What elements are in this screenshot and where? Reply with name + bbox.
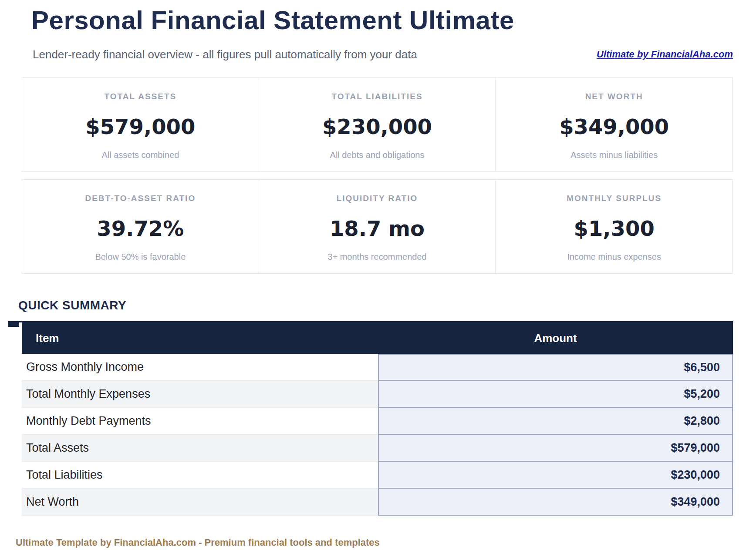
metric-value: 18.7 mo (330, 215, 425, 242)
metric-card: TOTAL ASSETS $579,000 All assets combine… (22, 78, 259, 171)
item-cell: Total Assets (22, 435, 378, 462)
amount-cell: $230,000 (378, 462, 733, 489)
metric-value: $230,000 (322, 114, 432, 140)
page-title: Personal Financial Statement Ultimate (31, 5, 514, 35)
page-subtitle: Lender-ready financial overview - all fi… (33, 48, 417, 61)
personal-financial-statement-page: { "header": { "title": "Personal Financi… (0, 0, 756, 557)
item-cell: Total Liabilities (22, 462, 378, 489)
metric-caption: All assets combined (101, 150, 179, 160)
metric-label: LIQUIDITY RATIO (337, 193, 418, 204)
quick-summary-table: Item Amount Gross Monthly Income $6,500 … (22, 322, 733, 516)
metric-label: TOTAL LIABILITIES (331, 91, 422, 102)
table-row: Total Liabilities $230,000 (22, 462, 733, 489)
metric-label: NET WORTH (585, 91, 643, 102)
item-cell: Total Monthly Expenses (22, 381, 378, 408)
table-row: Gross Monthly Income $6,500 (22, 354, 733, 381)
metric-card: LIQUIDITY RATIO 18.7 mo 3+ months recomm… (259, 180, 496, 273)
metric-value: $1,300 (574, 215, 655, 242)
metric-value: $579,000 (85, 114, 195, 140)
metric-row-primary: TOTAL ASSETS $579,000 All assets combine… (22, 77, 733, 172)
item-cell: Net Worth (22, 489, 378, 516)
column-header-item: Item (22, 322, 378, 354)
metric-card: NET WORTH $349,000 Assets minus liabilit… (496, 78, 732, 171)
item-cell: Gross Monthly Income (22, 354, 378, 381)
footer-note: Ultimate Template by FinancialAha.com - … (16, 537, 380, 548)
table-row: Total Assets $579,000 (22, 435, 733, 462)
metric-label: MONTHLY SURPLUS (567, 193, 662, 204)
amount-cell: $579,000 (378, 435, 733, 462)
amount-cell: $349,000 (378, 489, 733, 516)
brand-link[interactable]: Ultimate by FinancialAha.com (597, 49, 733, 60)
metric-label: DEBT-TO-ASSET RATIO (85, 193, 196, 204)
metric-card: TOTAL LIABILITIES $230,000 All debts and… (259, 78, 496, 171)
amount-cell: $5,200 (378, 381, 733, 408)
metric-label: TOTAL ASSETS (104, 91, 176, 102)
metric-caption: Below 50% is favorable (95, 252, 186, 262)
amount-cell: $2,800 (378, 408, 733, 435)
quick-summary-heading: QUICK SUMMARY (18, 299, 126, 312)
metric-caption: All debts and obligations (330, 150, 425, 160)
table-row: Net Worth $349,000 (22, 489, 733, 516)
metric-card: MONTHLY SURPLUS $1,300 Income minus expe… (496, 180, 732, 273)
table-header-row: Item Amount (22, 322, 733, 354)
table-body: Gross Monthly Income $6,500 Total Monthl… (22, 354, 733, 516)
metric-caption: Assets minus liabilities (570, 150, 658, 160)
metric-value: 39.72% (97, 215, 184, 242)
table-row: Total Monthly Expenses $5,200 (22, 381, 733, 408)
table-row: Monthly Debt Payments $2,800 (22, 408, 733, 435)
metric-value: $349,000 (559, 114, 669, 140)
amount-cell: $6,500 (378, 354, 733, 381)
item-cell: Monthly Debt Payments (22, 408, 378, 435)
metric-caption: 3+ months recommended (327, 252, 426, 262)
metric-card: DEBT-TO-ASSET RATIO 39.72% Below 50% is … (22, 180, 259, 273)
metric-row-ratios: DEBT-TO-ASSET RATIO 39.72% Below 50% is … (22, 179, 733, 274)
metric-caption: Income minus expenses (567, 252, 661, 262)
column-header-amount: Amount (378, 322, 733, 354)
